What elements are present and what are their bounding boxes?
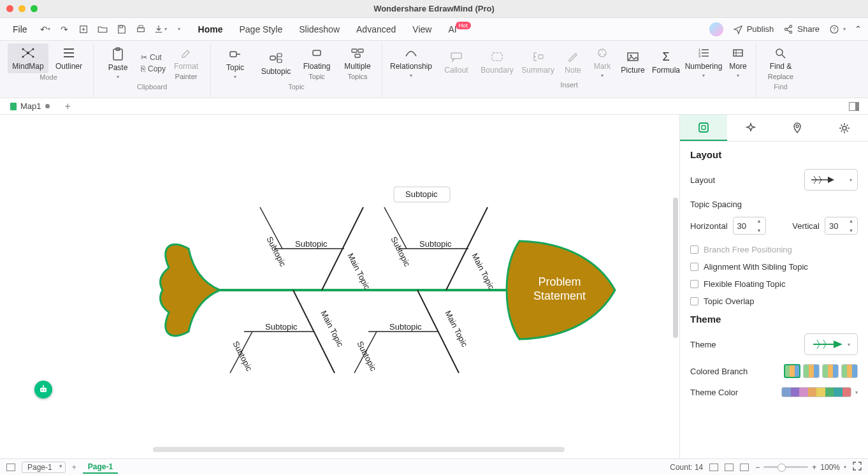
- avatar[interactable]: [709, 22, 723, 36]
- more-button[interactable]: More▾: [724, 43, 752, 81]
- main-topic-lower-2[interactable]: Main Topic Subtopic Subtopic: [354, 290, 470, 373]
- zoom-slider[interactable]: [763, 466, 808, 468]
- tab-page-style[interactable]: Page Style: [236, 20, 285, 38]
- boundary-button[interactable]: Boundary: [477, 43, 517, 81]
- svg-text:Main Topic: Main Topic: [319, 309, 345, 349]
- relationship-button[interactable]: Relationship▾: [386, 43, 436, 81]
- tab-advanced[interactable]: Advanced: [354, 20, 398, 38]
- qat-dropdown[interactable]: ▾: [171, 22, 187, 37]
- theme-label: Theme: [690, 340, 716, 349]
- main-topic-lower-1[interactable]: Main Topic Subtopic Subtopic: [230, 290, 345, 373]
- canvas[interactable]: Problem Statement Main Topic Subtopic Su…: [0, 115, 679, 458]
- page-dropdown[interactable]: Page-1: [22, 462, 66, 473]
- callout-button[interactable]: Callout: [436, 43, 477, 81]
- subtopic-label-l2b[interactable]: Subtopic: [355, 340, 379, 373]
- summary-button[interactable]: Summary: [517, 43, 558, 81]
- horizontal-label: Horizontal: [690, 221, 728, 231]
- publish-button[interactable]: Publish: [732, 24, 774, 35]
- vertical-spinner[interactable]: 30▲▼: [825, 217, 858, 235]
- floating-topic-button[interactable]: FloatingTopic: [296, 43, 337, 83]
- palette-option-3[interactable]: [822, 364, 839, 378]
- subtopic-upper-2-top[interactable]: Subtopic: [394, 187, 484, 220]
- cut-button[interactable]: ✂Cut: [141, 53, 166, 62]
- horizontal-spinner[interactable]: 30▲▼: [733, 217, 766, 235]
- zoom-out-button[interactable]: −: [755, 463, 760, 472]
- undo-button[interactable]: ↶▾: [38, 22, 53, 37]
- outliner-mode-button[interactable]: Outliner: [48, 43, 89, 73]
- main-topic-upper-2[interactable]: Main Topic Subtopic: [384, 207, 496, 291]
- new-button[interactable]: [76, 22, 91, 37]
- layout-select[interactable]: ▾: [804, 169, 858, 191]
- redo-button[interactable]: ↷: [57, 22, 72, 37]
- format-painter-button[interactable]: FormatPainter: [166, 43, 206, 83]
- svg-line-72: [450, 194, 482, 217]
- share-label: Share: [797, 24, 820, 34]
- pages-panel-icon[interactable]: [6, 464, 15, 471]
- fishbone-diagram: Problem Statement Main Topic Subtopic Su…: [0, 115, 679, 458]
- numbering-button[interactable]: 123Numbering▾: [683, 43, 724, 81]
- open-button[interactable]: [95, 22, 110, 37]
- help-button[interactable]: ?▾: [828, 24, 846, 35]
- subtopic-label-l1a[interactable]: Subtopic: [265, 322, 298, 332]
- paste-button[interactable]: Paste▾: [98, 43, 138, 83]
- view-mode-1-icon[interactable]: [709, 464, 718, 471]
- print-button[interactable]: [133, 22, 148, 37]
- subtopic-label-l2a[interactable]: Subtopic: [389, 322, 422, 332]
- view-mode-3-icon[interactable]: [740, 464, 749, 471]
- export-button[interactable]: ▾: [152, 22, 168, 37]
- flexible-floating-checkbox[interactable]: Flexible Floating Topic: [690, 279, 858, 289]
- horizontal-scrollbar[interactable]: [153, 447, 565, 452]
- picture-button[interactable]: Picture: [617, 43, 649, 81]
- assistant-fab[interactable]: [34, 381, 52, 398]
- add-doc-button[interactable]: +: [61, 101, 75, 112]
- subtopic-label-u2a[interactable]: Subtopic: [419, 239, 452, 249]
- main-topic-upper-1[interactable]: Main Topic Subtopic Subtopic: [260, 207, 372, 291]
- copy-button[interactable]: ⎘Copy: [141, 64, 166, 73]
- multiple-topics-button[interactable]: MultipleTopics: [337, 43, 378, 83]
- save-button[interactable]: [114, 22, 129, 37]
- share-button[interactable]: Share: [783, 24, 820, 35]
- subtopic-label-u1b[interactable]: Subtopic: [264, 235, 288, 268]
- formula-button[interactable]: ΣFormula: [649, 43, 683, 81]
- sp-tab-map[interactable]: [774, 115, 821, 141]
- zoom-in-button[interactable]: +: [812, 463, 816, 472]
- mindmap-mode-button[interactable]: MindMap: [8, 43, 48, 73]
- view-mode-2-icon[interactable]: [725, 464, 734, 471]
- ribbon-group-find: Find &Replace Find: [756, 43, 805, 98]
- group-label-topic: Topic: [288, 83, 305, 92]
- palette-option-1[interactable]: [784, 364, 800, 378]
- vertical-scrollbar[interactable]: [673, 198, 678, 338]
- zoom-dropdown[interactable]: ▾: [844, 464, 846, 470]
- tab-home[interactable]: Home: [196, 20, 226, 38]
- tab-view[interactable]: View: [410, 20, 434, 38]
- sp-tab-style[interactable]: [727, 115, 774, 141]
- sp-tab-settings[interactable]: [821, 115, 868, 141]
- theme-select[interactable]: ▾: [804, 333, 858, 355]
- subtopic-label-u2b[interactable]: Subtopic: [389, 235, 412, 268]
- align-sibling-checkbox[interactable]: Alignment With Sibling Topic: [690, 262, 858, 272]
- topic-button[interactable]: Topic▾: [215, 43, 256, 83]
- page-tab[interactable]: Page-1: [83, 461, 118, 474]
- mt-l1: Multiple: [344, 62, 370, 71]
- tab-slideshow[interactable]: Slideshow: [296, 20, 342, 38]
- palette-option-2[interactable]: [803, 364, 820, 378]
- find-replace-button[interactable]: Find &Replace: [760, 43, 801, 83]
- subtopic-button[interactable]: Subtopic: [256, 43, 296, 83]
- doc-tab-map1[interactable]: Map1: [5, 100, 55, 112]
- svg-rect-86: [699, 123, 708, 132]
- palette-option-4[interactable]: [841, 364, 858, 378]
- subtopic-label-l1b[interactable]: Subtopic: [231, 340, 254, 373]
- topic-overlap-checkbox[interactable]: Topic Overlap: [690, 296, 858, 306]
- svg-point-32: [630, 55, 632, 57]
- add-page-button[interactable]: +: [72, 463, 76, 472]
- theme-color-bar[interactable]: [781, 387, 851, 397]
- toggle-side-panel-button[interactable]: [849, 102, 859, 111]
- tab-ai[interactable]: AIHot: [445, 20, 474, 38]
- file-menu[interactable]: File: [6, 22, 34, 37]
- fullscreen-button[interactable]: [853, 462, 862, 472]
- sp-tab-layout[interactable]: [680, 115, 727, 141]
- collapse-ribbon-button[interactable]: ⌃: [855, 24, 862, 34]
- note-button[interactable]: Note: [558, 43, 588, 81]
- subtopic-label-u1a[interactable]: Subtopic: [295, 239, 328, 249]
- mark-button[interactable]: Mark▾: [588, 43, 617, 81]
